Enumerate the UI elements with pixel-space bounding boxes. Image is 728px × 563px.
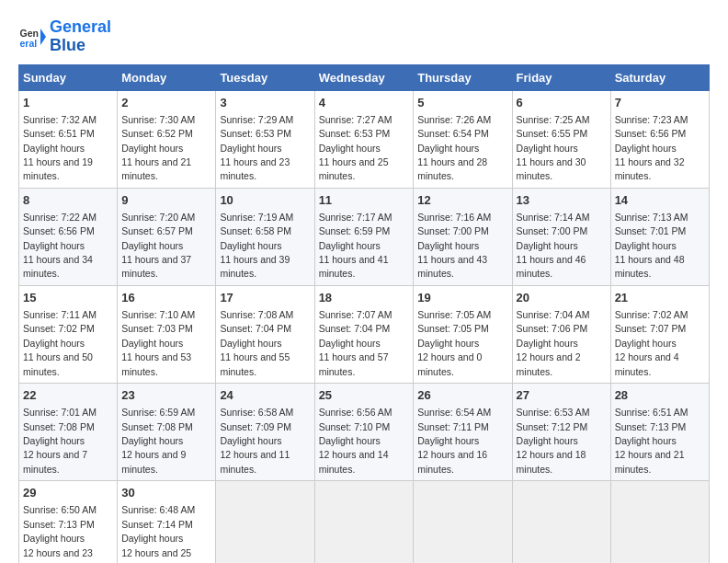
day-cell: 9Sunrise: 7:20 AMSunset: 6:57 PMDaylight…	[118, 188, 216, 285]
day-info: Sunrise: 7:08 AMSunset: 7:04 PMDaylight …	[220, 309, 293, 377]
day-info: Sunrise: 7:16 AMSunset: 7:00 PMDaylight …	[417, 212, 491, 280]
day-number: 16	[121, 290, 211, 306]
day-info: Sunrise: 7:04 AMSunset: 7:06 PMDaylight …	[517, 309, 590, 377]
day-cell: 11Sunrise: 7:17 AMSunset: 6:59 PMDayligh…	[314, 188, 414, 285]
day-cell: 12Sunrise: 7:16 AMSunset: 7:00 PMDayligh…	[414, 188, 512, 285]
day-number: 5	[417, 95, 507, 111]
day-cell: 30Sunrise: 6:48 AMSunset: 7:14 PMDayligh…	[118, 481, 216, 563]
day-cell: 20Sunrise: 7:04 AMSunset: 7:06 PMDayligh…	[512, 285, 610, 383]
day-info: Sunrise: 6:58 AMSunset: 7:09 PMDaylight …	[220, 407, 293, 475]
day-cell: 22Sunrise: 7:01 AMSunset: 7:08 PMDayligh…	[19, 384, 118, 481]
logo: Gen eral GeneralBlue	[18, 18, 111, 55]
day-cell: 27Sunrise: 6:53 AMSunset: 7:12 PMDayligh…	[512, 384, 610, 481]
day-cell: 29Sunrise: 6:50 AMSunset: 7:13 PMDayligh…	[19, 481, 118, 563]
day-number: 22	[23, 387, 113, 404]
day-cell: 16Sunrise: 7:10 AMSunset: 7:03 PMDayligh…	[118, 285, 216, 383]
day-info: Sunrise: 6:50 AMSunset: 7:13 PMDaylight …	[23, 504, 97, 563]
day-number: 7	[615, 95, 705, 111]
day-number: 2	[121, 95, 211, 111]
day-info: Sunrise: 6:54 AMSunset: 7:11 PMDaylight …	[417, 407, 491, 475]
day-number: 4	[319, 95, 410, 111]
day-info: Sunrise: 7:23 AMSunset: 6:56 PMDaylight …	[615, 114, 688, 182]
day-cell: 3Sunrise: 7:29 AMSunset: 6:53 PMDaylight…	[216, 90, 314, 188]
header-thursday: Thursday	[414, 64, 512, 90]
logo-text: GeneralBlue	[50, 18, 111, 55]
day-info: Sunrise: 6:53 AMSunset: 7:12 PMDaylight …	[517, 407, 590, 475]
day-info: Sunrise: 6:59 AMSunset: 7:08 PMDaylight …	[121, 407, 195, 475]
day-number: 13	[517, 192, 607, 209]
day-number: 3	[220, 95, 310, 111]
day-cell: 21Sunrise: 7:02 AMSunset: 7:07 PMDayligh…	[610, 285, 709, 383]
day-cell: 19Sunrise: 7:05 AMSunset: 7:05 PMDayligh…	[414, 285, 512, 383]
day-number: 12	[417, 192, 507, 209]
day-number: 28	[615, 387, 705, 404]
day-cell: 18Sunrise: 7:07 AMSunset: 7:04 PMDayligh…	[314, 285, 414, 383]
day-cell: 8Sunrise: 7:22 AMSunset: 6:56 PMDaylight…	[19, 188, 118, 285]
day-cell: 10Sunrise: 7:19 AMSunset: 6:58 PMDayligh…	[216, 188, 314, 285]
day-cell	[414, 481, 512, 563]
day-info: Sunrise: 6:56 AMSunset: 7:10 PMDaylight …	[319, 407, 392, 475]
day-info: Sunrise: 7:19 AMSunset: 6:58 PMDaylight …	[220, 212, 293, 280]
week-row-1: 1Sunrise: 7:32 AMSunset: 6:51 PMDaylight…	[19, 90, 710, 188]
day-number: 25	[319, 387, 410, 404]
day-cell: 13Sunrise: 7:14 AMSunset: 7:00 PMDayligh…	[512, 188, 610, 285]
page-header: Gen eral GeneralBlue	[18, 18, 710, 55]
week-row-2: 8Sunrise: 7:22 AMSunset: 6:56 PMDaylight…	[19, 188, 710, 285]
logo-icon: Gen eral	[18, 23, 46, 51]
day-cell: 4Sunrise: 7:27 AMSunset: 6:53 PMDaylight…	[314, 90, 414, 188]
week-row-5: 29Sunrise: 6:50 AMSunset: 7:13 PMDayligh…	[19, 481, 710, 563]
day-number: 1	[23, 95, 113, 111]
day-cell: 6Sunrise: 7:25 AMSunset: 6:55 PMDaylight…	[512, 90, 610, 188]
header-tuesday: Tuesday	[216, 64, 314, 90]
day-cell	[610, 481, 709, 563]
day-number: 27	[517, 387, 607, 404]
day-info: Sunrise: 7:11 AMSunset: 7:02 PMDaylight …	[23, 309, 97, 377]
day-cell: 23Sunrise: 6:59 AMSunset: 7:08 PMDayligh…	[118, 384, 216, 481]
day-info: Sunrise: 7:20 AMSunset: 6:57 PMDaylight …	[121, 212, 195, 280]
day-info: Sunrise: 7:29 AMSunset: 6:53 PMDaylight …	[220, 114, 293, 182]
day-info: Sunrise: 6:51 AMSunset: 7:13 PMDaylight …	[615, 407, 688, 475]
header-wednesday: Wednesday	[314, 64, 414, 90]
day-info: Sunrise: 7:14 AMSunset: 7:00 PMDaylight …	[517, 212, 590, 280]
svg-text:eral: eral	[20, 37, 38, 48]
day-info: Sunrise: 7:30 AMSunset: 6:52 PMDaylight …	[121, 114, 195, 182]
day-info: Sunrise: 6:48 AMSunset: 7:14 PMDaylight …	[121, 504, 195, 563]
day-cell: 15Sunrise: 7:11 AMSunset: 7:02 PMDayligh…	[19, 285, 118, 383]
day-info: Sunrise: 7:17 AMSunset: 6:59 PMDaylight …	[319, 212, 392, 280]
day-number: 30	[121, 485, 211, 501]
day-cell: 25Sunrise: 6:56 AMSunset: 7:10 PMDayligh…	[314, 384, 414, 481]
day-info: Sunrise: 7:05 AMSunset: 7:05 PMDaylight …	[417, 309, 491, 377]
day-number: 24	[220, 387, 310, 404]
week-row-4: 22Sunrise: 7:01 AMSunset: 7:08 PMDayligh…	[19, 384, 710, 481]
day-info: Sunrise: 7:22 AMSunset: 6:56 PMDaylight …	[23, 212, 97, 280]
day-number: 15	[23, 290, 113, 306]
day-number: 29	[23, 485, 113, 501]
day-number: 14	[615, 192, 705, 209]
day-number: 17	[220, 290, 310, 306]
day-number: 11	[319, 192, 410, 209]
day-cell: 5Sunrise: 7:26 AMSunset: 6:54 PMDaylight…	[414, 90, 512, 188]
day-number: 26	[417, 387, 507, 404]
header-sunday: Sunday	[19, 64, 118, 90]
day-cell: 26Sunrise: 6:54 AMSunset: 7:11 PMDayligh…	[414, 384, 512, 481]
day-cell: 1Sunrise: 7:32 AMSunset: 6:51 PMDaylight…	[19, 90, 118, 188]
day-number: 6	[517, 95, 607, 111]
day-cell: 7Sunrise: 7:23 AMSunset: 6:56 PMDaylight…	[610, 90, 709, 188]
day-info: Sunrise: 7:27 AMSunset: 6:53 PMDaylight …	[319, 114, 392, 182]
day-info: Sunrise: 7:01 AMSunset: 7:08 PMDaylight …	[23, 407, 97, 475]
week-row-3: 15Sunrise: 7:11 AMSunset: 7:02 PMDayligh…	[19, 285, 710, 383]
day-info: Sunrise: 7:02 AMSunset: 7:07 PMDaylight …	[615, 309, 688, 377]
day-cell: 28Sunrise: 6:51 AMSunset: 7:13 PMDayligh…	[610, 384, 709, 481]
day-info: Sunrise: 7:26 AMSunset: 6:54 PMDaylight …	[417, 114, 491, 182]
day-number: 8	[23, 192, 113, 209]
day-info: Sunrise: 7:07 AMSunset: 7:04 PMDaylight …	[319, 309, 392, 377]
day-cell: 17Sunrise: 7:08 AMSunset: 7:04 PMDayligh…	[216, 285, 314, 383]
day-cell: 24Sunrise: 6:58 AMSunset: 7:09 PMDayligh…	[216, 384, 314, 481]
header-monday: Monday	[118, 64, 216, 90]
header-saturday: Saturday	[610, 64, 709, 90]
day-cell: 2Sunrise: 7:30 AMSunset: 6:52 PMDaylight…	[118, 90, 216, 188]
day-number: 21	[615, 290, 705, 306]
header-row: SundayMondayTuesdayWednesdayThursdayFrid…	[19, 64, 710, 90]
day-number: 10	[220, 192, 310, 209]
svg-marker-2	[40, 29, 46, 45]
